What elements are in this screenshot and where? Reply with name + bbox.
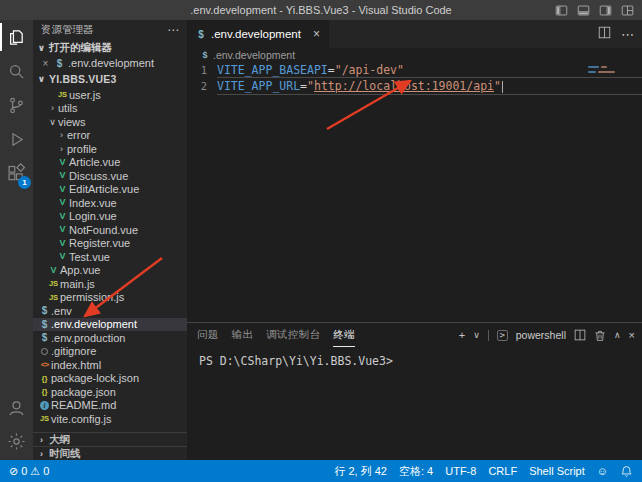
new-terminal-button[interactable]: + bbox=[459, 329, 465, 341]
status-item[interactable]: Shell Script bbox=[529, 465, 585, 477]
tree-item-App.vue[interactable]: VApp.vue bbox=[33, 264, 187, 278]
tree-item-label: .env.development bbox=[51, 318, 137, 330]
tree-item-Register.vue[interactable]: VRegister.vue bbox=[33, 237, 187, 251]
terminal-instance-label[interactable]: powershell bbox=[516, 329, 566, 341]
tree-item-label: vite.config.js bbox=[51, 413, 112, 425]
files-icon bbox=[6, 27, 27, 48]
explorer-activity-button[interactable] bbox=[0, 20, 33, 54]
tree-item-label: profile bbox=[67, 143, 97, 155]
tree-item-label: user.js bbox=[69, 89, 101, 101]
vue-file-icon: V bbox=[56, 183, 69, 196]
open-editors-header[interactable]: ∨ 打开的编辑器 bbox=[33, 40, 187, 56]
minimap[interactable] bbox=[588, 66, 634, 76]
tree-item-user.js[interactable]: JSuser.js bbox=[33, 88, 187, 102]
tree-item-Test.vue[interactable]: VTest.vue bbox=[33, 250, 187, 264]
tree-item-profile[interactable]: ›profile bbox=[33, 142, 187, 156]
search-activity-button[interactable] bbox=[0, 54, 33, 88]
source-control-activity-button[interactable] bbox=[0, 88, 33, 122]
status-item[interactable]: 行 2, 列 42 bbox=[334, 464, 387, 479]
window-title: .env.development - Yi.BBS.Vue3 - Visual … bbox=[190, 4, 452, 16]
open-editor-item-label: .env.development bbox=[68, 57, 154, 69]
code-token: = bbox=[300, 79, 307, 93]
tree-item-error[interactable]: ›error bbox=[33, 129, 187, 143]
panel-header: 问题输出调试控制台终端 + ∨ > powershell ∧ × bbox=[187, 323, 642, 347]
tree-item-.env.production[interactable]: $.env.production bbox=[33, 331, 187, 345]
terminal-output[interactable]: PS D:\CSharp\Yi\Yi.BBS.Vue3> bbox=[187, 347, 642, 368]
tab-env-development[interactable]: $ .env.development × bbox=[187, 20, 329, 48]
settings-button[interactable] bbox=[0, 424, 33, 458]
status-item[interactable]: CRLF bbox=[488, 465, 517, 477]
tree-item-.gitignore[interactable]: .gitignore bbox=[33, 345, 187, 359]
more-actions-icon[interactable]: ⋯ bbox=[621, 27, 634, 42]
status-item[interactable]: 空格: 4 bbox=[399, 464, 433, 479]
split-editor-icon[interactable] bbox=[598, 26, 611, 42]
vue-file-icon: V bbox=[47, 264, 60, 277]
open-editor-item[interactable]: × $ .env.development bbox=[33, 56, 187, 70]
tree-item-.env.development[interactable]: $.env.development bbox=[33, 318, 187, 332]
code-token: VITE_APP_URL bbox=[217, 79, 300, 93]
run-debug-activity-button[interactable] bbox=[0, 122, 33, 156]
problems-status[interactable]: ⊘ 0 ⚠ 0 bbox=[9, 465, 49, 478]
tree-item-label: .env bbox=[51, 305, 72, 317]
notifications-bell-icon[interactable] bbox=[620, 465, 633, 478]
kill-terminal-icon[interactable] bbox=[594, 329, 606, 342]
tree-item-NotFound.vue[interactable]: VNotFound.vue bbox=[33, 223, 187, 237]
tree-item-Index.vue[interactable]: VIndex.vue bbox=[33, 196, 187, 210]
js-file-icon: JS bbox=[47, 291, 60, 304]
tree-item-package-lock.json[interactable]: {}package-lock.json bbox=[33, 372, 187, 386]
tree-item-package.json[interactable]: {}package.json bbox=[33, 385, 187, 399]
status-bar: ⊘ 0 ⚠ 0 行 2, 列 42空格: 4UTF-8CRLFShell Scr… bbox=[0, 460, 642, 482]
close-icon[interactable]: × bbox=[313, 27, 320, 41]
sidebar-section-大纲[interactable]: ›大纲 bbox=[33, 432, 187, 446]
toggle-secondary-sidebar-icon[interactable] bbox=[599, 4, 612, 17]
tree-item-label: main.js bbox=[60, 278, 95, 290]
tree-item-permission.js[interactable]: JSpermission.js bbox=[33, 291, 187, 305]
project-root-header[interactable]: ∨ YI.BBS.VUE3 bbox=[33, 70, 187, 87]
breadcrumb-item[interactable]: .env.development bbox=[213, 49, 295, 61]
tree-item-vite.config.js[interactable]: JSvite.config.js bbox=[33, 412, 187, 426]
chevron-right-icon: › bbox=[56, 144, 67, 154]
tree-item-Article.vue[interactable]: VArticle.vue bbox=[33, 156, 187, 170]
maximize-panel-icon[interactable]: ∧ bbox=[614, 330, 621, 340]
tree-item-EditArticle.vue[interactable]: VEditArticle.vue bbox=[33, 183, 187, 197]
tree-item-Discuss.vue[interactable]: VDiscuss.vue bbox=[33, 169, 187, 183]
tree-item-label: README.md bbox=[51, 399, 116, 411]
error-count: 0 bbox=[21, 465, 27, 477]
code-line-2[interactable]: 2VITE_APP_URL="http://localhost:19001/ap… bbox=[187, 78, 642, 94]
tree-item-label: Register.vue bbox=[69, 237, 130, 249]
code-line-1[interactable]: 1VITE_APP_BASEAPI="/api-dev" bbox=[187, 62, 642, 78]
breadcrumb[interactable]: $ .env.development bbox=[187, 48, 642, 62]
sidebar-more-actions-icon[interactable]: ⋯ bbox=[167, 23, 179, 37]
code-token: "/api-dev" bbox=[335, 63, 404, 77]
powershell-terminal-icon: > bbox=[497, 330, 508, 341]
close-panel-icon[interactable]: × bbox=[629, 329, 635, 341]
status-item[interactable]: UTF-8 bbox=[445, 465, 476, 477]
tree-item-main.js[interactable]: JSmain.js bbox=[33, 277, 187, 291]
panel-tab-问题[interactable]: 问题 bbox=[197, 323, 219, 347]
tree-item-utils[interactable]: ›utils bbox=[33, 102, 187, 116]
account-button[interactable] bbox=[0, 390, 33, 424]
sidebar-section-时间线[interactable]: ›时间线 bbox=[33, 446, 187, 460]
panel-tab-输出[interactable]: 输出 bbox=[232, 323, 254, 347]
tree-item-views[interactable]: ∨views bbox=[33, 115, 187, 129]
toggle-sidebar-icon[interactable] bbox=[555, 4, 568, 17]
panel-tab-终端[interactable]: 终端 bbox=[333, 323, 355, 347]
feedback-smiley-icon[interactable]: ☺ bbox=[597, 465, 608, 477]
extensions-activity-button[interactable]: 1 bbox=[0, 156, 33, 190]
terminal-profile-dropdown-icon[interactable]: ∨ bbox=[473, 330, 480, 340]
toggle-panel-icon[interactable] bbox=[577, 4, 590, 17]
tree-item-README.md[interactable]: iREADME.md bbox=[33, 399, 187, 413]
close-icon[interactable]: × bbox=[40, 58, 51, 69]
tree-item-Login.vue[interactable]: VLogin.vue bbox=[33, 210, 187, 224]
tree-item-index.html[interactable]: <>index.html bbox=[33, 358, 187, 372]
project-root-label: YI.BBS.VUE3 bbox=[49, 73, 117, 85]
panel-tab-调试控制台[interactable]: 调试控制台 bbox=[266, 323, 320, 347]
code-lines: 1VITE_APP_BASEAPI="/api-dev"2VITE_APP_UR… bbox=[187, 62, 642, 322]
split-terminal-icon[interactable] bbox=[574, 329, 586, 341]
activity-bar: 1 bbox=[0, 20, 33, 460]
customize-layout-icon[interactable] bbox=[621, 4, 634, 17]
tree-item-label: Discuss.vue bbox=[69, 170, 128, 182]
panel-tabs: 问题输出调试控制台终端 bbox=[197, 323, 355, 347]
tree-item-.env[interactable]: $.env bbox=[33, 304, 187, 318]
code-token: VITE_APP_BASEAPI bbox=[217, 63, 328, 77]
